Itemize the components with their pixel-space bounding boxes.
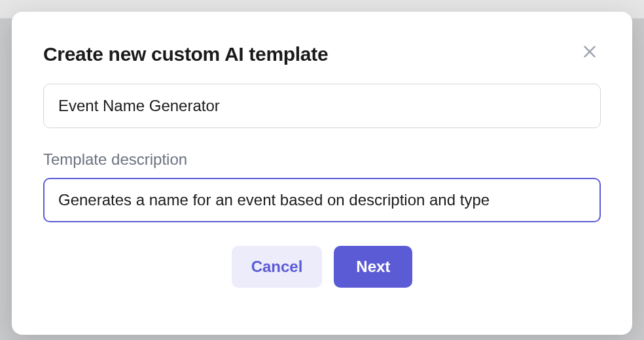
modal-footer: Cancel Next	[43, 246, 601, 288]
modal-title: Create new custom AI template	[43, 43, 328, 65]
template-description-label: Template description	[43, 150, 601, 169]
next-button[interactable]: Next	[334, 246, 412, 288]
template-name-input[interactable]	[43, 84, 601, 128]
modal-header: Create new custom AI template	[43, 43, 601, 65]
close-icon	[581, 43, 598, 60]
template-description-input[interactable]	[43, 178, 601, 222]
close-button[interactable]	[579, 41, 601, 63]
create-template-modal: Create new custom AI template Template d…	[12, 12, 632, 335]
cancel-button[interactable]: Cancel	[232, 246, 323, 288]
